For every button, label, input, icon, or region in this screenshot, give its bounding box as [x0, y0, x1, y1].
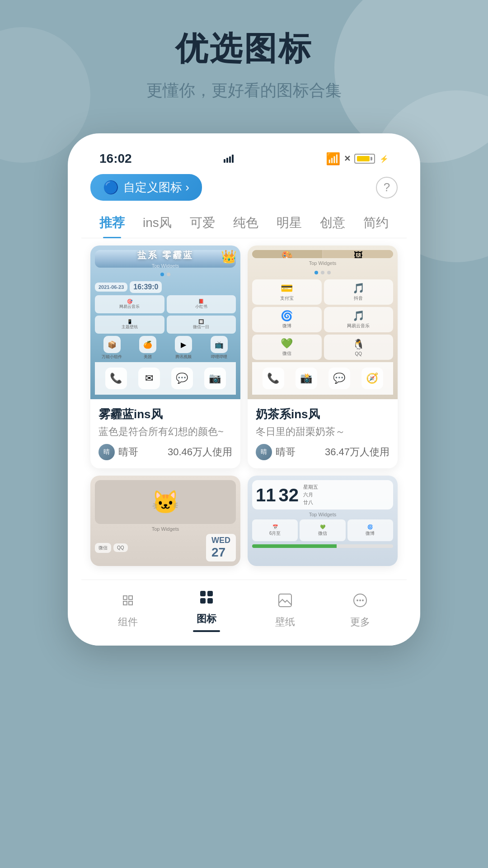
- widget-icon-1: 🎯: [127, 299, 132, 304]
- nav-icons-label: 图标: [197, 612, 216, 626]
- theme-card-calendar[interactable]: 11 32 星期五 六月 廿八 Top Widgets: [248, 476, 398, 566]
- dock-cream: 📞 📸 💬 🧭: [252, 362, 393, 395]
- cal-app-label-2: 微信: [318, 530, 327, 537]
- author-name-cream: 晴哥: [276, 445, 296, 459]
- widget-icon-2: 📕: [198, 299, 204, 304]
- cat-image-area: 🐱: [95, 480, 236, 524]
- card-title-cream: 奶茶系ins风: [256, 406, 389, 422]
- app-label-wechat: 微信: [282, 350, 291, 357]
- cat-icon: 🐱: [151, 489, 179, 515]
- custom-icon-button[interactable]: 🔵 自定义图标 ›: [90, 174, 202, 201]
- app-label-douyin: 抖音: [354, 295, 363, 302]
- x-icon: ✕: [344, 154, 351, 164]
- bolt-icon: ⚡: [380, 155, 389, 163]
- cards-grid: 👑 盐系 零霾蓝 Top Widgets: [81, 245, 407, 575]
- progress-bar: [252, 544, 393, 548]
- card-meta-cream: 晴 晴哥 36.47万人使用: [256, 444, 389, 460]
- dock-message-cream[interactable]: 💬: [328, 368, 350, 389]
- nav-wallpaper[interactable]: 壁纸: [275, 592, 295, 629]
- dock-phone-blue[interactable]: 📞: [105, 368, 127, 389]
- app-label-bili: 哔哩哔哩: [211, 354, 227, 360]
- crown-badge: 👑: [221, 249, 237, 264]
- svg-rect-1: [207, 591, 213, 596]
- theme-card-blue[interactable]: 👑 盐系 零霾蓝 Top Widgets: [90, 245, 240, 468]
- author-avatar-blue: 晴: [99, 444, 115, 460]
- widget-label-1: 网易云音乐: [119, 304, 140, 310]
- phone-mockup: 16:02 📶 ✕ ⚡ 🔵 自定义图标 ›: [68, 133, 420, 646]
- author-name-blue: 晴哥: [118, 445, 138, 459]
- card-info-blue: 雾霾蓝ins风 蓝色是符合所有幻想的颜色~ 晴 晴哥 30.46万人使用: [90, 399, 240, 468]
- nav-wallpaper-label: 壁纸: [275, 615, 295, 629]
- cal-app-icon-1: 📅: [272, 524, 278, 529]
- tabs-row: 推荐 ins风 可爱 纯色 明星 创意 简约: [81, 208, 407, 238]
- tab-simple[interactable]: 简约: [354, 208, 398, 238]
- tab-recommend[interactable]: 推荐: [90, 208, 134, 238]
- page-title: 优选图标: [18, 27, 470, 71]
- signal-icon: [224, 155, 234, 163]
- tab-solid[interactable]: 纯色: [224, 208, 267, 238]
- nav-more-icon: [352, 592, 368, 613]
- phone-container: 16:02 📶 ✕ ⚡ 🔵 自定义图标 ›: [68, 133, 420, 646]
- app-label-meituan: 美团: [144, 354, 152, 360]
- widget-icon-3: 📱: [127, 319, 132, 324]
- dock-camera-blue[interactable]: 📷: [204, 368, 226, 389]
- widget-label-3: 主题壁纸: [122, 324, 138, 330]
- tab-ins[interactable]: ins风: [134, 208, 181, 238]
- dock-compass-cream[interactable]: 🧭: [361, 368, 383, 389]
- bottom-nav: 组件 图标: [81, 580, 407, 646]
- tab-creative[interactable]: 创意: [311, 208, 354, 238]
- app-label-qq: QQ: [355, 351, 362, 356]
- card-preview-calendar: 11 32 星期五 六月 廿八 Top Widgets: [248, 476, 398, 566]
- nav-widgets-icon: [120, 592, 136, 613]
- top-widgets-label: Top Widgets: [137, 263, 193, 268]
- status-bar: 16:02 📶 ✕ ⚡: [81, 147, 407, 170]
- card-info-cream: 奶茶系ins风 冬日里的甜栗奶茶～ 晴 晴哥 36.47万人使用: [248, 399, 398, 468]
- card-preview-cat: 🐱 Top Widgets 微信 QQ WED27: [90, 476, 240, 566]
- nav-more-label: 更多: [350, 615, 370, 629]
- nav-more[interactable]: 更多: [350, 592, 370, 629]
- top-widgets-label-cat: Top Widgets: [95, 526, 236, 532]
- theme-card-cat[interactable]: 🐱 Top Widgets 微信 QQ WED27: [90, 476, 240, 566]
- tab-cute[interactable]: 可爱: [181, 208, 224, 238]
- svg-point-6: [357, 599, 358, 601]
- nav-icons-icon: [198, 589, 215, 609]
- custom-icon-row: 🔵 自定义图标 › ?: [81, 170, 407, 208]
- tab-star[interactable]: 明星: [267, 208, 311, 238]
- nav-active-indicator: [193, 630, 220, 632]
- svg-rect-2: [200, 598, 206, 604]
- cream-collage: 🎨 🖼 📦 🌸: [252, 250, 393, 258]
- wifi-icon: 📶: [326, 152, 340, 166]
- svg-point-7: [359, 599, 361, 601]
- app-label-weibo: 微博: [282, 323, 291, 329]
- card-desc-blue: 蓝色是符合所有幻想的颜色~: [99, 425, 232, 439]
- cal-app-label-3: 微博: [366, 530, 375, 537]
- dock-mail-blue[interactable]: ✉: [138, 368, 160, 389]
- card-preview-cream: 🎨 🖼 📦 🌸 Top Widgets: [248, 245, 398, 399]
- battery-icon: [354, 154, 375, 164]
- help-icon: ?: [384, 180, 390, 194]
- card-title-blue: 雾霾蓝ins风: [99, 406, 232, 422]
- app-label-alipay: 支付宝: [280, 295, 294, 302]
- nav-widgets[interactable]: 组件: [118, 592, 138, 629]
- dock-message-blue[interactable]: 💬: [171, 368, 193, 389]
- app-label-wanjian: 万能小组件: [102, 354, 122, 360]
- nav-wallpaper-icon: [277, 592, 293, 613]
- page-subtitle: 更懂你，更好看的图标合集: [18, 80, 470, 102]
- theme-card-cream[interactable]: 🎨 🖼 📦 🌸 Top Widgets: [248, 245, 398, 468]
- nav-icons[interactable]: 图标: [193, 589, 220, 632]
- app-icon-tencent: ▶: [175, 336, 192, 353]
- card-desc-cream: 冬日里的甜栗奶茶～: [256, 425, 389, 439]
- top-widgets-label-cal: Top Widgets: [252, 512, 393, 517]
- app-icon-wechat: 💚: [281, 338, 293, 349]
- app-icon-douyin: 🎵: [352, 283, 365, 294]
- widget-label-2: 小红书: [195, 304, 207, 310]
- svg-rect-4: [279, 594, 291, 607]
- dock-instagram-cream[interactable]: 📸: [296, 368, 317, 389]
- dock-phone-cream[interactable]: 📞: [263, 368, 284, 389]
- cal-app-icon-2: 💚: [320, 524, 325, 529]
- cal-app-label-1: 6月至: [269, 530, 281, 537]
- help-button[interactable]: ?: [376, 177, 398, 198]
- app-icon-qq: 🐧: [352, 339, 365, 350]
- app-icon-netease: 🎵: [352, 310, 365, 322]
- cal-app-icon-3: 🌀: [367, 524, 373, 529]
